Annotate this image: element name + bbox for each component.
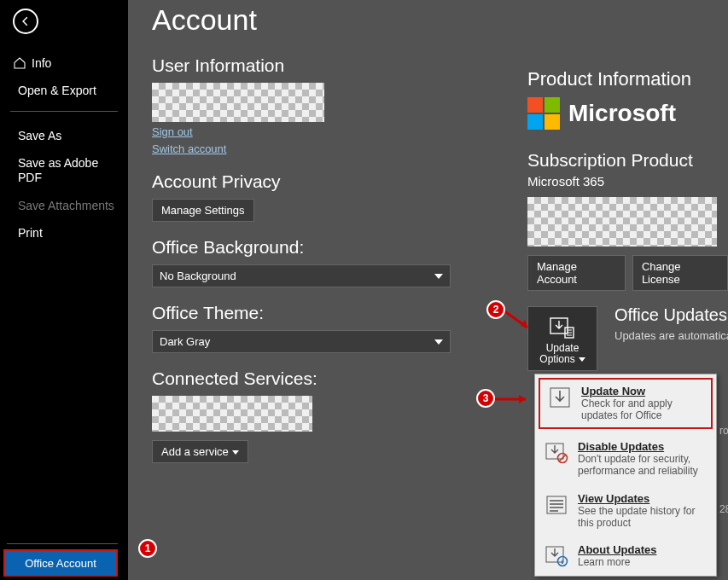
sidebar-item-save-adobe[interactable]: Save as Adobe PDF [0,149,128,192]
menu-item-update-now[interactable]: Update Now Check for and apply updates f… [539,378,713,429]
sidebar-item-office-account[interactable]: Office Account [3,549,118,577]
chevron-down-icon [579,357,585,362]
annotation-badge-2: 2 [486,300,505,319]
info-icon [544,543,569,569]
truncated-text: 28. [719,503,728,515]
button-label: Update Options [539,342,579,365]
chevron-down-icon [434,339,443,345]
sidebar-item-open-export[interactable]: Open & Export [0,77,128,104]
divider [10,111,118,112]
page-title: Account [152,3,728,37]
annotation-badge-3: 3 [476,389,495,408]
sign-out-link[interactable]: Sign out [152,125,193,138]
sidebar-item-print[interactable]: Print [0,219,128,246]
button-label: Change License [642,260,681,286]
menu-item-title: About Updates [578,543,656,556]
menu-item-title: Update Now [581,385,704,397]
subscription-name: Microsoft 365 [527,174,728,188]
button-label: Manage Settings [161,204,245,217]
menu-item-view-updates[interactable]: View Updates See the update history for … [535,484,716,536]
switch-account-link[interactable]: Switch account [152,142,226,155]
backstage-sidebar: Info Open & Export Save As Save as Adobe… [0,0,128,580]
office-updates-heading: Office Updates [614,305,727,325]
button-label: Add a service [161,445,229,458]
microsoft-wordmark: Microsoft [568,100,676,127]
menu-item-desc: Learn more [578,556,656,568]
product-info-column: Product Information Microsoft Subscripti… [527,68,728,371]
section-heading: Product Information [527,68,728,90]
arrow-left-icon [20,15,32,27]
home-icon [13,56,26,70]
update-options-menu: Update Now Check for and apply updates f… [534,374,717,577]
theme-select[interactable]: Dark Gray [152,330,451,353]
update-options-button[interactable]: Update Options [527,306,597,371]
list-icon [544,492,569,518]
chevron-down-icon [434,274,443,279]
truncated-text: ro [719,425,728,437]
divider [7,543,118,544]
sidebar-item-save-attachments: Save Attachments [0,192,128,219]
sidebar-label: Print [18,226,43,240]
annotation-arrow-2 [502,309,536,334]
menu-item-desc: Check for and apply updates for Office [581,397,704,422]
sidebar-item-info[interactable]: Info [0,49,128,77]
change-license-button[interactable]: Change License [632,255,728,291]
manage-account-button[interactable]: Manage Account [527,255,626,291]
sidebar-label: Open & Export [18,84,96,97]
annotation-arrow-3 [493,392,534,406]
button-label: Manage Account [537,260,577,286]
sidebar-label: Save Attachments [18,199,114,212]
download-icon [547,385,573,410]
microsoft-logo: Microsoft [527,97,728,130]
add-service-button[interactable]: Add a service [152,440,248,463]
office-updates-subtext: Updates are automatically [614,329,728,342]
menu-item-desc: Don't update for security, performance a… [578,453,708,478]
background-select[interactable]: No Background [152,264,451,287]
menu-item-disable-updates[interactable]: Disable Updates Don't update for securit… [535,432,716,484]
subscription-heading: Subscription Product [527,150,728,171]
menu-item-about-updates[interactable]: About Updates Learn more [535,536,716,576]
chevron-down-icon [232,450,239,455]
sidebar-item-save-as[interactable]: Save As [0,122,128,149]
sidebar-label: Save as Adobe PDF [18,156,115,185]
select-value: No Background [160,270,236,282]
back-button[interactable] [13,9,38,34]
manage-settings-button[interactable]: Manage Settings [152,199,254,222]
user-avatar-placeholder [152,83,324,122]
menu-item-title: View Updates [578,492,708,505]
service-placeholder [152,396,312,432]
annotation-badge-1: 1 [138,539,157,558]
sidebar-label: Office Account [25,557,96,570]
update-options-icon [550,317,575,339]
menu-item-desc: See the update history for this product [578,505,708,530]
product-placeholder [527,197,717,246]
menu-item-title: Disable Updates [578,440,708,453]
select-value: Dark Gray [160,335,210,348]
sidebar-label: Save As [18,129,61,142]
sidebar-label: Info [32,56,51,70]
disable-icon [544,440,569,466]
microsoft-logo-icon [527,97,560,130]
